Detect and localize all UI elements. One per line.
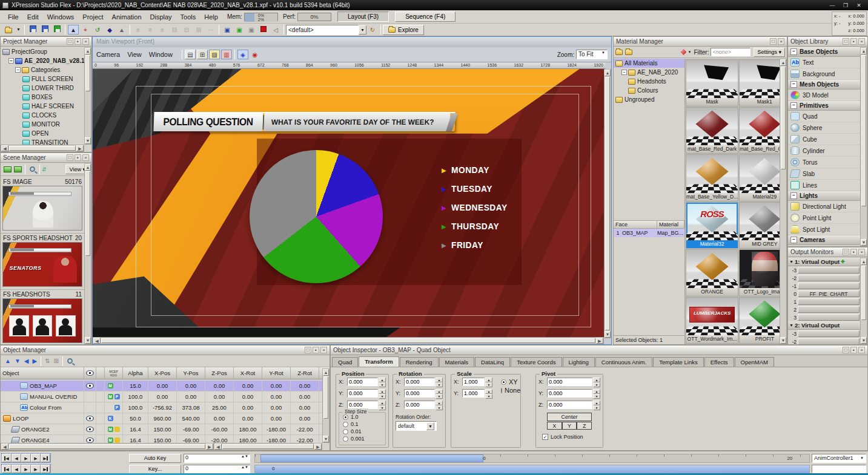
rotation-input[interactable] <box>404 401 435 409</box>
restore-panel-icon[interactable]: □ <box>770 38 777 45</box>
restore-panel-icon[interactable]: □ <box>843 249 849 255</box>
spinner-buttons[interactable]: ▲▼ <box>436 389 443 398</box>
transport-button[interactable]: ▶ <box>41 454 50 462</box>
transport-button[interactable]: ▶ <box>31 465 41 473</box>
filter-input[interactable] <box>711 48 750 56</box>
menu-item[interactable]: Windows <box>43 12 79 22</box>
visibility-column-icon[interactable] <box>84 367 96 379</box>
transport-button[interactable]: ▶ <box>31 454 41 462</box>
material-type-icon[interactable] <box>680 49 686 55</box>
material-thumbnail[interactable] <box>740 155 780 193</box>
zpos-value[interactable]: 0.00 <box>205 381 234 391</box>
monitor-layer-content[interactable] <box>798 283 860 289</box>
rotation-order-select[interactable]: default▼ <box>396 421 437 431</box>
project-tree-item[interactable]: − AE_2020_NAB_v28.1 <box>1 56 84 65</box>
menu-item[interactable]: Edit <box>23 12 43 22</box>
sequence-button[interactable]: Sequence (F4) <box>395 11 456 22</box>
pin-panel-icon[interactable]: ▪ <box>313 347 319 353</box>
menu-item[interactable]: Animation <box>108 12 146 22</box>
minimize-button[interactable]: — <box>826 2 839 8</box>
tree-expander-icon[interactable]: − <box>15 67 21 73</box>
restore-panel-icon[interactable]: □ <box>67 154 73 161</box>
restore-panel-icon[interactable]: □ <box>67 38 73 45</box>
transport-button[interactable]: ◀ <box>12 454 21 462</box>
zpos-value[interactable]: -60.00 <box>205 424 234 434</box>
new-scene-group-icon[interactable] <box>14 166 22 172</box>
safe-area-icon[interactable]: ▨ <box>209 50 220 59</box>
object-row[interactable]: ORANGE4 M 16.4 150.00 -69.00 -20.00 180.… <box>1 435 322 443</box>
project-tree-item[interactable]: MONITOR <box>1 120 84 129</box>
scene-card[interactable]: FS SPORTS HEADSHOT 20 SENATORS <box>1 234 84 290</box>
visibility-eye-icon[interactable] <box>86 416 94 421</box>
material-card[interactable]: Material29 <box>739 154 780 201</box>
inspector-tab[interactable]: Rendering <box>400 357 439 367</box>
step-size-radio[interactable]: 0.001 <box>343 436 385 442</box>
pin-panel-icon[interactable]: ▪ <box>75 154 81 161</box>
step-size-radio[interactable]: 0.1 <box>343 421 385 427</box>
monitor-layer-content[interactable] <box>798 314 860 321</box>
material-card[interactable]: OTT_Logo_Image <box>739 249 780 296</box>
zrot-value[interactable]: 0.00 <box>291 402 319 413</box>
sort-icon[interactable]: ⇅ <box>45 358 50 364</box>
expand-all-icon[interactable]: ⊞ <box>54 358 59 364</box>
layout-button[interactable]: Layout (F3) <box>337 11 389 22</box>
menu-item[interactable]: Tools <box>176 12 200 22</box>
monitor-entry[interactable]: -2 <box>788 274 860 282</box>
project-tree-item[interactable]: ProjectGroup <box>1 47 84 56</box>
xrot-value[interactable]: 180.00 <box>234 424 262 434</box>
close-panel-icon[interactable]: × <box>320 347 327 353</box>
material-card[interactable]: ROSS Material32 <box>686 202 738 249</box>
inspector-tab[interactable]: Materials <box>439 357 475 367</box>
library-entry[interactable]: Background <box>788 68 860 80</box>
scale-mode-radio[interactable]: None <box>501 387 520 394</box>
inspector-tab[interactable]: Texture Coords <box>511 357 562 367</box>
pick-tool-icon[interactable]: ▲ <box>116 25 127 34</box>
position-input[interactable] <box>347 378 378 386</box>
project-tree-item[interactable]: CLOCKS <box>1 111 84 120</box>
monitor-entry[interactable]: -1 <box>788 282 860 290</box>
material-card[interactable]: MID GREY <box>739 202 780 249</box>
pivot-input[interactable] <box>547 378 592 386</box>
restore-button[interactable]: ❐ <box>839 2 852 8</box>
material-card[interactable]: LUMBERJACKS OTT_Wordmark_Im... <box>686 297 738 344</box>
viewport-menu-item[interactable]: Camera <box>96 51 120 58</box>
scene-thumbnail[interactable] <box>2 186 82 231</box>
timeline-track-top[interactable]: 10 20 0 <box>254 454 810 463</box>
pin-panel-icon[interactable]: ▪ <box>850 249 857 255</box>
project-tree-item[interactable]: BOXES <box>1 93 84 102</box>
monitor-entry[interactable]: 1 <box>788 298 860 306</box>
zpos-value[interactable]: 0.00 <box>205 391 234 402</box>
inspector-tab[interactable]: Quad <box>332 357 358 367</box>
step-size-radio[interactable]: 1.0 <box>343 414 385 420</box>
search-icon[interactable] <box>30 166 35 172</box>
monitor-entry[interactable]: 0 FF_PIE_CHART <box>788 290 860 298</box>
tree-expander-icon[interactable]: − <box>621 70 627 75</box>
xrot-value[interactable]: 0.00 <box>234 402 262 413</box>
monitor-entry[interactable]: -2 <box>788 338 860 344</box>
project-tree-item[interactable]: TRANSITION <box>1 138 84 145</box>
move-up-icon[interactable]: ▲ <box>5 358 11 364</box>
step-size-radio[interactable]: 0.01 <box>343 428 385 434</box>
save-as-button[interactable] <box>39 25 50 34</box>
spinner-buttons[interactable]: ▲▼ <box>379 401 386 409</box>
library-entry[interactable]: Text <box>788 57 860 68</box>
material-tree-item[interactable]: Colours <box>614 86 684 95</box>
search-objects-icon[interactable] <box>67 358 73 364</box>
monitor-layer-content[interactable] <box>798 275 860 281</box>
menu-item[interactable]: File <box>4 12 23 22</box>
align-left-icon[interactable]: ≡ <box>133 25 144 34</box>
xpos-value[interactable]: 960.00 <box>148 413 177 424</box>
xrot-value[interactable]: 0.00 <box>234 381 262 391</box>
settings-dropdown[interactable]: Settings ▾ <box>754 48 785 57</box>
monitor-layer-content[interactable] <box>798 298 860 305</box>
align-center-icon[interactable]: ≡ <box>145 25 156 34</box>
align-top-icon[interactable]: ⊟ <box>169 25 180 34</box>
spinner-buttons[interactable]: ▲▼ <box>593 401 600 409</box>
menu-item[interactable]: Display <box>146 12 176 22</box>
monitor-entry[interactable]: 1: Virtual Output <box>788 258 860 266</box>
alpha-value[interactable]: 16.4 <box>123 424 148 434</box>
inspector-tab[interactable]: DataLinq <box>475 357 510 367</box>
grid-icon[interactable]: ⊞ <box>197 50 208 59</box>
combo-dropdown-icon[interactable]: ▼ <box>359 25 366 34</box>
texture-toggle-icon[interactable]: ▥ <box>221 50 232 59</box>
